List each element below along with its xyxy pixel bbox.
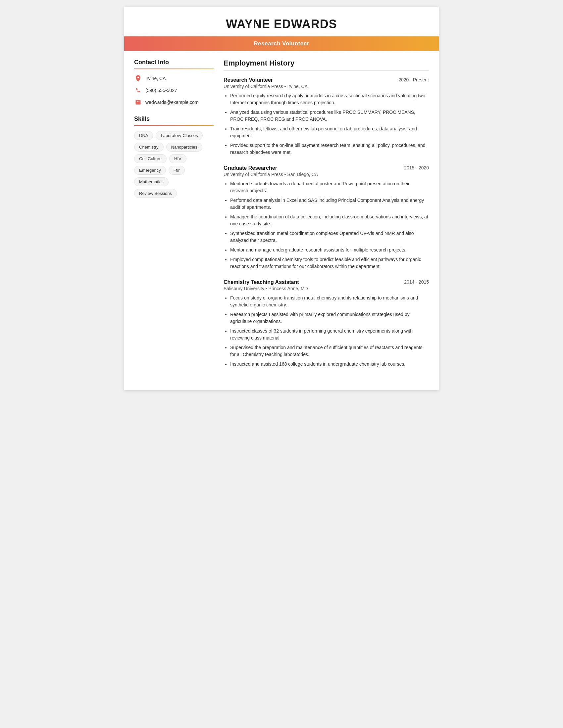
bullet-item: Synthesized transition metal coordinatio… bbox=[230, 230, 429, 244]
email-text: wedwards@example.com bbox=[145, 100, 199, 105]
candidate-title: Research Volunteer bbox=[254, 40, 309, 47]
bullet-item: Mentor and manage undergraduate research… bbox=[230, 247, 429, 253]
resume-header: WAYNE EDWARDS bbox=[124, 7, 439, 36]
title-bar: Research Volunteer bbox=[124, 36, 439, 51]
contact-divider bbox=[134, 68, 213, 69]
resume-container: WAYNE EDWARDS Research Volunteer Contact… bbox=[124, 7, 439, 390]
skill-tag: Review Sessions bbox=[134, 189, 177, 198]
job-entry: Graduate Researcher2015 - 2020University… bbox=[223, 165, 429, 270]
phone-icon bbox=[134, 86, 142, 94]
employment-divider bbox=[223, 70, 429, 70]
location-icon bbox=[134, 74, 142, 82]
job-dates: 2020 - Present bbox=[399, 77, 429, 82]
skills-section: Skills DNALaboratory ClassesChemistryNan… bbox=[134, 115, 213, 198]
location-text: Irvine, CA bbox=[145, 76, 165, 81]
skill-tag: Laboratory Classes bbox=[156, 131, 203, 140]
contact-section-title: Contact Info bbox=[134, 59, 213, 66]
job-dates: 2015 - 2020 bbox=[404, 165, 429, 170]
bullet-item: Employed computational chemistry tools t… bbox=[230, 256, 429, 270]
bullet-item: Focus on study of organo-transition meta… bbox=[230, 295, 429, 308]
bullet-item: Research projects I assisted with primar… bbox=[230, 311, 429, 325]
skill-tag: HIV bbox=[169, 154, 186, 163]
skill-tag: Emergency bbox=[134, 166, 166, 175]
bullet-item: Mentored students towards a departmental… bbox=[230, 180, 429, 194]
bullet-item: Managed the coordination of data collect… bbox=[230, 213, 429, 227]
skill-tag: Ftir bbox=[168, 166, 185, 175]
job-dates: 2014 - 2015 bbox=[404, 279, 429, 285]
skill-tags-container: DNALaboratory ClassesChemistryNanopartic… bbox=[134, 131, 213, 198]
contact-email: wedwards@example.com bbox=[134, 98, 213, 106]
right-column: Employment History Research Volunteer202… bbox=[223, 59, 429, 377]
job-entry: Chemistry Teaching Assistant2014 - 2015S… bbox=[223, 279, 429, 368]
bullet-item: Train residents, fellows, and other new … bbox=[230, 125, 429, 139]
skill-tag: Nanoparticles bbox=[166, 143, 203, 152]
job-company: University of California Press • Irvine,… bbox=[223, 84, 429, 89]
bullet-item: Analyzed data using various statistical … bbox=[230, 109, 429, 123]
bullet-item: Performed equity research by applying mo… bbox=[230, 92, 429, 106]
bullet-item: Instructed classes of 32 students in per… bbox=[230, 328, 429, 341]
email-icon bbox=[134, 98, 142, 106]
bullet-item: Instructed and assisted 168 college stud… bbox=[230, 361, 429, 368]
job-entry: Research Volunteer2020 - PresentUniversi… bbox=[223, 77, 429, 156]
job-bullets: Performed equity research by applying mo… bbox=[223, 92, 429, 156]
job-bullets: Mentored students towards a departmental… bbox=[223, 180, 429, 270]
candidate-name: WAYNE EDWARDS bbox=[137, 17, 426, 31]
job-header: Chemistry Teaching Assistant2014 - 2015 bbox=[223, 279, 429, 285]
employment-section-title: Employment History bbox=[223, 59, 429, 68]
job-header: Graduate Researcher2015 - 2020 bbox=[223, 165, 429, 171]
job-company: University of California Press • San Die… bbox=[223, 172, 429, 177]
phone-text: (590) 555-5027 bbox=[145, 88, 177, 93]
bullet-item: Performed data analysis in Excel and SAS… bbox=[230, 197, 429, 211]
bullet-item: Provided support to the on-line bill pay… bbox=[230, 142, 429, 156]
skill-tag: Mathematics bbox=[134, 177, 168, 186]
job-title: Chemistry Teaching Assistant bbox=[223, 279, 299, 285]
skills-divider bbox=[134, 125, 213, 126]
bullet-item: Supervised the preparation and maintenan… bbox=[230, 344, 429, 358]
job-title: Graduate Researcher bbox=[223, 165, 277, 171]
contact-section: Contact Info Irvine, CA bbox=[134, 59, 213, 106]
job-company: Salisbury University • Princess Anne, MD bbox=[223, 286, 429, 291]
jobs-container: Research Volunteer2020 - PresentUniversi… bbox=[223, 77, 429, 368]
skill-tag: DNA bbox=[134, 131, 153, 140]
skill-tag: Chemistry bbox=[134, 143, 164, 152]
skill-tag: Cell Culture bbox=[134, 154, 166, 163]
job-bullets: Focus on study of organo-transition meta… bbox=[223, 295, 429, 368]
resume-body: Contact Info Irvine, CA bbox=[124, 59, 439, 390]
job-title: Research Volunteer bbox=[223, 77, 273, 83]
job-header: Research Volunteer2020 - Present bbox=[223, 77, 429, 83]
contact-phone: (590) 555-5027 bbox=[134, 86, 213, 94]
skills-section-title: Skills bbox=[134, 115, 213, 122]
left-column: Contact Info Irvine, CA bbox=[134, 59, 213, 377]
contact-location: Irvine, CA bbox=[134, 74, 213, 82]
